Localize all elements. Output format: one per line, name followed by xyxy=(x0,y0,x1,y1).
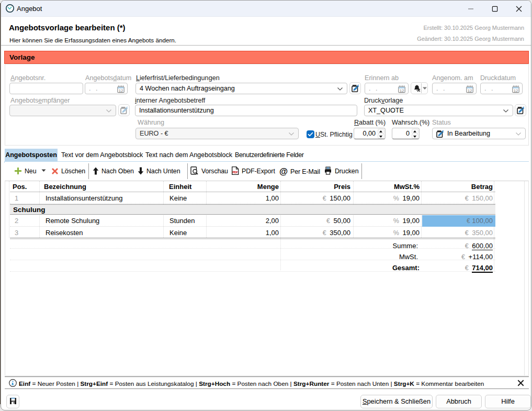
svg-text:12: 12 xyxy=(119,88,123,93)
svg-text:12: 12 xyxy=(514,88,518,93)
svg-text:12: 12 xyxy=(400,88,404,93)
svg-text:PDF: PDF xyxy=(232,171,238,174)
svg-text:12: 12 xyxy=(468,88,472,93)
